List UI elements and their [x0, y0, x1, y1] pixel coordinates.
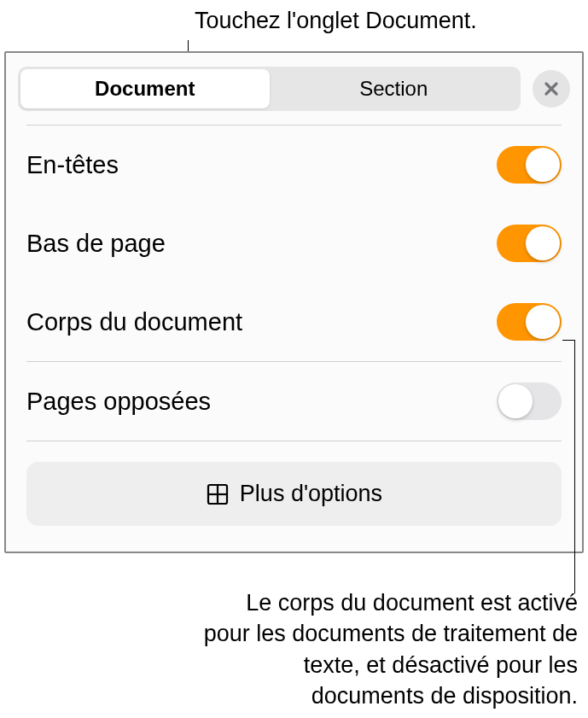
- toggle-knob: [498, 384, 533, 418]
- row-body: Corps du document: [6, 283, 582, 361]
- tab-bar: Document Section: [6, 53, 582, 125]
- toggle-body[interactable]: [497, 303, 562, 341]
- toggle-footers[interactable]: [497, 225, 562, 262]
- row-footers: Bas de page: [6, 204, 582, 283]
- close-button[interactable]: [533, 70, 570, 108]
- callout-right-line: [574, 340, 575, 593]
- grid-icon: [206, 482, 230, 506]
- toggle-knob: [526, 148, 560, 182]
- tab-section[interactable]: Section: [270, 69, 519, 108]
- document-panel: Document Section En-têtes Bas de page Co…: [4, 51, 584, 553]
- close-icon: [543, 80, 560, 97]
- row-headers: En-têtes: [6, 126, 582, 204]
- toggle-headers[interactable]: [497, 146, 562, 184]
- more-options-button[interactable]: Plus d'options: [26, 462, 562, 526]
- callout-top-text: Touchez l'onglet Document.: [195, 8, 477, 34]
- divider: [26, 441, 562, 441]
- label-footers: Bas de page: [26, 230, 166, 258]
- label-headers: En-têtes: [26, 151, 119, 179]
- toggle-knob: [526, 305, 560, 339]
- more-options-label: Plus d'options: [240, 481, 382, 507]
- row-facing-pages: Pages opposées: [6, 362, 582, 441]
- callout-bottom-text: Le corps du document est activé pour les…: [198, 587, 578, 712]
- toggle-knob: [526, 226, 560, 260]
- label-body: Corps du document: [26, 308, 242, 336]
- callout-right-hline: [562, 340, 574, 341]
- toggle-facing-pages[interactable]: [497, 382, 562, 420]
- tab-document[interactable]: Document: [20, 69, 270, 108]
- label-facing: Pages opposées: [26, 388, 211, 416]
- segmented-control: Document Section: [18, 67, 521, 111]
